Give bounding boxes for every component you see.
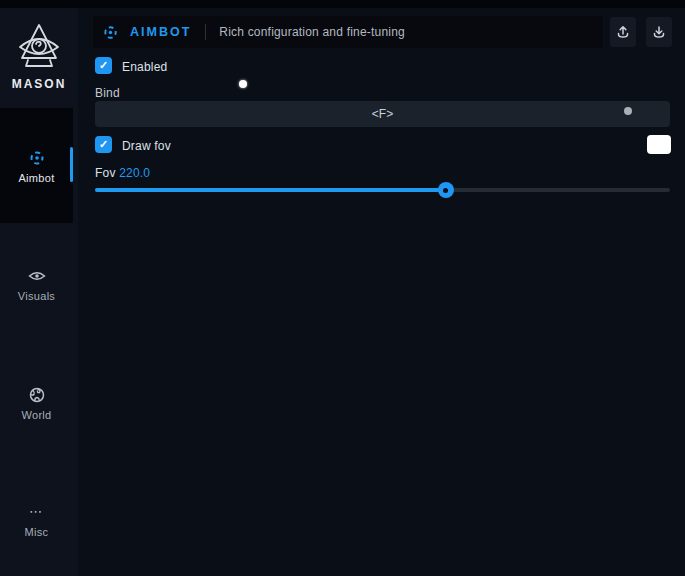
- header-divider: [205, 24, 206, 40]
- enabled-checkbox[interactable]: ✓: [95, 57, 112, 74]
- sidebar-item-misc[interactable]: ⋯ Misc: [0, 502, 73, 538]
- draw-fov-label: Draw fov: [122, 139, 171, 153]
- sidebar-item-label: Misc: [0, 526, 73, 538]
- sidebar-item-world[interactable]: World: [0, 385, 73, 421]
- sidebar-item-aimbot[interactable]: Aimbot: [0, 148, 73, 184]
- mouse-cursor-dot: [239, 80, 247, 88]
- import-config-button[interactable]: [646, 17, 672, 47]
- bind-dot: [624, 107, 632, 115]
- fov-slider-handle[interactable]: [438, 182, 454, 198]
- sidebar: MASON Aimbot Visuals World: [0, 8, 78, 576]
- sidebar-item-visuals[interactable]: Visuals: [0, 266, 73, 302]
- page-header: AIMBOT Rich configuration and fine-tunin…: [93, 16, 603, 48]
- download-icon: [651, 24, 667, 40]
- fov-slider-fill: [95, 188, 446, 192]
- ellipsis-icon: ⋯: [0, 502, 73, 522]
- sidebar-item-label: Visuals: [0, 290, 73, 302]
- fov-value: 220.0: [119, 166, 150, 180]
- globe-icon: [0, 385, 73, 405]
- window-top-strip: [0, 0, 685, 8]
- export-config-button[interactable]: [610, 17, 636, 47]
- brand-logo: MASON: [0, 22, 78, 91]
- crosshair-icon: [102, 24, 119, 41]
- page-title: AIMBOT: [130, 25, 191, 39]
- pyramid-eye-icon: [15, 22, 63, 74]
- draw-fov-checkbox[interactable]: ✓: [95, 136, 112, 153]
- enabled-label: Enabled: [122, 60, 167, 74]
- fov-color-picker[interactable]: [647, 135, 671, 154]
- sidebar-item-label: World: [0, 409, 73, 421]
- fov-label-row: Fov 220.0: [95, 166, 150, 180]
- bind-key-input[interactable]: <F>: [95, 101, 670, 127]
- fov-slider[interactable]: [95, 188, 670, 192]
- bind-key-value: <F>: [372, 107, 393, 121]
- bind-label: Bind: [95, 86, 120, 100]
- main-panel: AIMBOT Rich configuration and fine-tunin…: [78, 8, 685, 576]
- page-subtitle: Rich configuration and fine-tuning: [219, 25, 405, 39]
- fov-label: Fov: [95, 166, 116, 180]
- sidebar-item-label: Aimbot: [0, 172, 73, 184]
- brand-name: MASON: [0, 77, 78, 91]
- crosshair-icon: [0, 148, 73, 168]
- eye-icon: [0, 266, 73, 286]
- upload-icon: [615, 24, 631, 40]
